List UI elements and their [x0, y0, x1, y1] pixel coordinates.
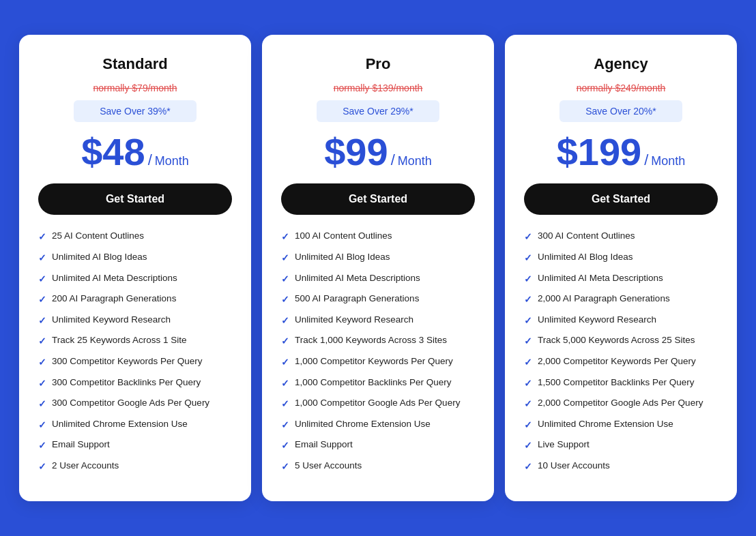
- checkmark-icon: ✓: [281, 439, 289, 453]
- pricing-card-agency: Agencynormally $249/monthSave Over 20%*$…: [505, 35, 737, 501]
- feature-text: Live Support: [538, 438, 590, 451]
- feature-text: Email Support: [295, 438, 353, 451]
- feature-text: Track 1,000 Keywords Across 3 Sites: [295, 334, 447, 347]
- list-item: ✓Unlimited Keyword Research: [38, 314, 232, 328]
- list-item: ✓5 User Accounts: [281, 460, 475, 474]
- checkmark-icon: ✓: [38, 335, 46, 348]
- feature-text: 1,000 Competitor Keywords Per Query: [295, 355, 453, 368]
- checkmark-icon: ✓: [38, 439, 46, 453]
- list-item: ✓2 User Accounts: [38, 460, 232, 474]
- plan-title-pro: Pro: [281, 55, 475, 73]
- list-item: ✓Unlimited AI Meta Descriptions: [38, 272, 232, 286]
- feature-text: Email Support: [52, 438, 110, 451]
- feature-text: 1,000 Competitor Backlinks Per Query: [295, 376, 452, 389]
- checkmark-icon: ✓: [38, 293, 46, 307]
- list-item: ✓Unlimited AI Blog Ideas: [281, 251, 475, 265]
- feature-text: Unlimited Keyword Research: [295, 314, 413, 327]
- feature-text: Unlimited Chrome Extension Use: [538, 418, 673, 431]
- list-item: ✓Email Support: [38, 438, 232, 453]
- feature-text: 500 AI Paragraph Generations: [295, 293, 419, 306]
- list-item: ✓Unlimited AI Blog Ideas: [38, 251, 232, 265]
- checkmark-icon: ✓: [281, 356, 289, 370]
- list-item: ✓Unlimited Chrome Extension Use: [38, 418, 232, 432]
- list-item: ✓Unlimited Chrome Extension Use: [281, 418, 475, 432]
- checkmark-icon: ✓: [524, 419, 532, 432]
- feature-text: Unlimited AI Meta Descriptions: [52, 272, 177, 285]
- list-item: ✓Unlimited Keyword Research: [524, 314, 718, 328]
- list-item: ✓2,000 AI Paragraph Generations: [524, 293, 718, 307]
- get-started-button-pro[interactable]: Get Started: [281, 183, 475, 215]
- feature-text: Unlimited Keyword Research: [538, 314, 656, 327]
- list-item: ✓Track 5,000 Keywords Across 25 Sites: [524, 334, 718, 348]
- pricing-container: Standardnormally $79/monthSave Over 39%*…: [14, 35, 742, 501]
- feature-text: 10 User Accounts: [538, 460, 610, 473]
- plan-title-standard: Standard: [38, 55, 232, 73]
- feature-text: Track 5,000 Keywords Across 25 Sites: [538, 334, 695, 347]
- list-item: ✓25 AI Content Outlines: [38, 230, 232, 244]
- list-item: ✓Live Support: [524, 438, 718, 453]
- price-separator-pro: /: [391, 151, 395, 169]
- list-item: ✓Unlimited AI Blog Ideas: [524, 251, 718, 265]
- feature-text: 2,000 Competitor Keywords Per Query: [538, 355, 696, 368]
- pricing-card-standard: Standardnormally $79/monthSave Over 39%*…: [19, 35, 251, 501]
- feature-text: Unlimited AI Meta Descriptions: [538, 272, 663, 285]
- save-badge-standard: Save Over 39%*: [74, 100, 197, 122]
- checkmark-icon: ✓: [38, 460, 46, 474]
- price-amount-standard: $48: [81, 133, 145, 171]
- list-item: ✓500 AI Paragraph Generations: [281, 293, 475, 307]
- checkmark-icon: ✓: [524, 460, 532, 474]
- feature-text: Unlimited Chrome Extension Use: [295, 418, 431, 431]
- price-period-agency: Month: [651, 154, 685, 168]
- price-separator-standard: /: [148, 151, 152, 169]
- list-item: ✓200 AI Paragraph Generations: [38, 293, 232, 307]
- list-item: ✓1,000 Competitor Keywords Per Query: [281, 355, 475, 370]
- checkmark-icon: ✓: [524, 377, 532, 391]
- get-started-button-agency[interactable]: Get Started: [524, 183, 718, 215]
- feature-text: Unlimited Chrome Extension Use: [52, 418, 188, 431]
- original-price-pro: normally $139/month: [281, 83, 475, 93]
- feature-text: 2,000 Competitor Google Ads Per Query: [538, 397, 703, 410]
- feature-text: 2,000 AI Paragraph Generations: [538, 293, 670, 306]
- checkmark-icon: ✓: [281, 273, 289, 286]
- price-period-standard: Month: [155, 154, 189, 168]
- checkmark-icon: ✓: [38, 377, 46, 391]
- checkmark-icon: ✓: [281, 335, 289, 348]
- features-list-standard: ✓25 AI Content Outlines✓Unlimited AI Blo…: [38, 230, 232, 473]
- get-started-button-standard[interactable]: Get Started: [38, 183, 232, 215]
- list-item: ✓Unlimited Keyword Research: [281, 314, 475, 328]
- list-item: ✓Track 1,000 Keywords Across 3 Sites: [281, 334, 475, 348]
- feature-text: Unlimited AI Meta Descriptions: [295, 272, 420, 285]
- checkmark-icon: ✓: [281, 460, 289, 474]
- list-item: ✓Unlimited AI Meta Descriptions: [281, 272, 475, 286]
- list-item: ✓1,000 Competitor Google Ads Per Query: [281, 397, 475, 411]
- checkmark-icon: ✓: [281, 293, 289, 307]
- list-item: ✓Email Support: [281, 438, 475, 453]
- feature-text: 300 Competitor Keywords Per Query: [52, 355, 203, 368]
- list-item: ✓300 Competitor Google Ads Per Query: [38, 397, 232, 411]
- price-row-pro: $99/Month: [281, 133, 475, 171]
- feature-text: Unlimited AI Blog Ideas: [52, 251, 147, 264]
- checkmark-icon: ✓: [524, 252, 532, 265]
- checkmark-icon: ✓: [38, 252, 46, 265]
- feature-text: 5 User Accounts: [295, 460, 362, 473]
- checkmark-icon: ✓: [524, 335, 532, 348]
- checkmark-icon: ✓: [281, 377, 289, 391]
- price-amount-pro: $99: [324, 133, 388, 171]
- list-item: ✓Unlimited AI Meta Descriptions: [524, 272, 718, 286]
- checkmark-icon: ✓: [524, 230, 532, 244]
- feature-text: 300 Competitor Google Ads Per Query: [52, 397, 209, 410]
- list-item: ✓Track 25 Keywords Across 1 Site: [38, 334, 232, 348]
- checkmark-icon: ✓: [281, 252, 289, 265]
- feature-text: Unlimited Keyword Research: [52, 314, 171, 327]
- list-item: ✓1,500 Competitor Backlinks Per Query: [524, 376, 718, 391]
- plan-title-agency: Agency: [524, 55, 718, 73]
- checkmark-icon: ✓: [524, 293, 532, 307]
- save-badge-pro: Save Over 29%*: [317, 100, 439, 122]
- price-separator-agency: /: [644, 151, 648, 169]
- price-amount-agency: $199: [557, 133, 642, 171]
- original-price-standard: normally $79/month: [38, 83, 232, 93]
- price-row-agency: $199/Month: [524, 133, 718, 171]
- save-badge-agency: Save Over 20%*: [559, 100, 682, 122]
- checkmark-icon: ✓: [281, 314, 289, 328]
- list-item: ✓300 AI Content Outlines: [524, 230, 718, 244]
